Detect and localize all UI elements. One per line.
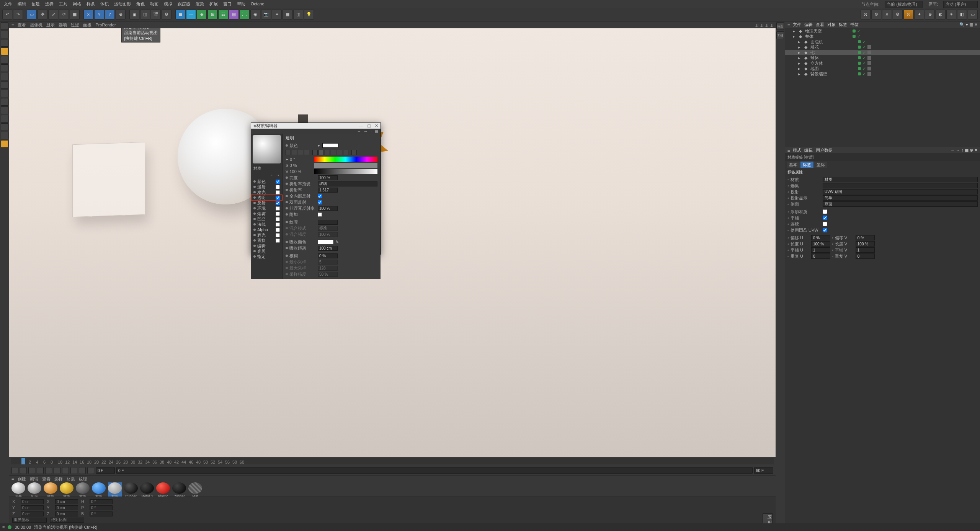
- rotate-tool[interactable]: ⟳: [59, 10, 69, 20]
- redo-button[interactable]: ↷: [13, 10, 23, 20]
- menu-item[interactable]: 渲染: [193, 0, 206, 8]
- bulb-icon[interactable]: 💡: [304, 10, 314, 20]
- menu-item[interactable]: 创建: [29, 0, 42, 8]
- render-view-button[interactable]: ▣: [129, 10, 139, 20]
- menu-item[interactable]: 窗口: [221, 0, 234, 8]
- scene-object-2[interactable]: ◫: [293, 10, 303, 20]
- spline-primitive[interactable]: 〰: [186, 10, 196, 20]
- select-tool[interactable]: ▭: [27, 10, 37, 20]
- menu-item[interactable]: 帮助: [235, 0, 248, 8]
- menu-item[interactable]: Octane: [248, 1, 266, 7]
- scene-object[interactable]: ▦: [283, 10, 292, 20]
- octane-gear-button[interactable]: ⚙: [871, 10, 881, 20]
- octane-icon-4[interactable]: ☀: [946, 10, 956, 20]
- generator-nurbs[interactable]: ◆: [197, 10, 207, 20]
- menu-item[interactable]: 运动图形: [112, 0, 133, 8]
- menu-item[interactable]: 工具: [57, 0, 70, 8]
- menu-item[interactable]: 样条: [84, 0, 97, 8]
- nodespace-label: 节点空间:: [861, 2, 879, 7]
- axis-y-toggle[interactable]: Y: [94, 10, 104, 20]
- layout-pickers: 节点空间: 当前 (标准/物理) 界面: 启动 (用户): [861, 1, 978, 8]
- menu-item[interactable]: 动画: [148, 0, 161, 8]
- scale-tool[interactable]: ⤢: [48, 10, 58, 20]
- nodespace-dropdown[interactable]: 当前 (标准/物理): [885, 1, 923, 8]
- render-region-button[interactable]: ◫: [140, 10, 150, 20]
- menu-item[interactable]: 角色: [134, 0, 147, 8]
- light[interactable]: ✦: [272, 10, 282, 20]
- menu-item[interactable]: 编辑: [15, 0, 28, 8]
- octane-icon-2[interactable]: ⊕: [925, 10, 935, 20]
- octane-s2-button[interactable]: S: [882, 10, 892, 20]
- picture-viewer-button[interactable]: 🎬: [151, 10, 161, 20]
- octane-icon-5[interactable]: ◧: [957, 10, 967, 20]
- layout-label: 界面:: [928, 2, 938, 7]
- coord-system[interactable]: ⊕: [116, 10, 126, 20]
- undo-button[interactable]: ↶: [2, 10, 12, 20]
- camera[interactable]: 📷: [261, 10, 271, 20]
- octane-icon-6[interactable]: ▭: [968, 10, 978, 20]
- axis-z-toggle[interactable]: Z: [105, 10, 115, 20]
- menu-item[interactable]: 选择: [43, 0, 56, 8]
- octane-icon-1[interactable]: ✦: [914, 10, 924, 20]
- menu-item[interactable]: 扩展: [207, 0, 220, 8]
- menu-item[interactable]: 文件: [2, 0, 15, 8]
- menu-item[interactable]: 跟踪器: [175, 0, 193, 8]
- render-settings-button[interactable]: ⚙: [162, 10, 172, 20]
- octane-s-button[interactable]: S: [861, 10, 871, 20]
- mograph[interactable]: ⋮⋮: [240, 10, 250, 20]
- octane-icon-3[interactable]: ◐: [936, 10, 946, 20]
- field[interactable]: ◉: [250, 10, 260, 20]
- generator-array[interactable]: ⊞: [207, 10, 217, 20]
- recent-tool[interactable]: ▦: [70, 10, 80, 20]
- octane-render-button[interactable]: S: [903, 10, 913, 20]
- deformer[interactable]: ▤: [229, 10, 239, 20]
- cube-primitive[interactable]: ◼: [175, 10, 185, 20]
- menu-item[interactable]: 体积: [98, 0, 111, 8]
- generator-sweep[interactable]: ☷: [218, 10, 228, 20]
- axis-x-toggle[interactable]: X: [83, 10, 93, 20]
- main-toolbar: ↶ ↷ ▭ ✥ ⤢ ⟳ ▦ X Y Z ⊕ ▣ ◫ 🎬 ⚙ ◼ 〰 ◆ ⊞ ☷ …: [0, 8, 980, 21]
- menu-item[interactable]: 网格: [70, 0, 83, 8]
- layout-dropdown[interactable]: 启动 (用户): [943, 1, 978, 8]
- menu-item[interactable]: 模拟: [162, 0, 175, 8]
- octane-gear2-button[interactable]: ⚙: [893, 10, 903, 20]
- move-tool[interactable]: ✥: [38, 10, 47, 20]
- main-menubar: 文件 编辑 创建 选择 工具 网格 样条 体积 运动图形 角色 动画 模拟 跟踪…: [0, 0, 980, 8]
